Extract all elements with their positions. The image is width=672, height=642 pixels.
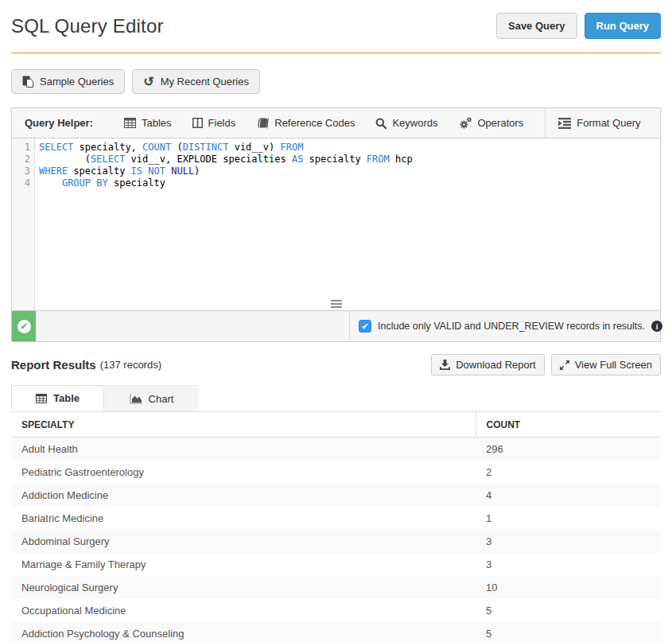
- editor-status-bar: ✔ ✔ Include only VALID and UNDER_REVIEW …: [12, 310, 660, 341]
- view-full-screen-button[interactable]: View Full Screen: [551, 354, 661, 375]
- helper-operators-label: Operators: [478, 117, 524, 129]
- line-number: 2: [12, 154, 30, 165]
- code-line[interactable]: GROUP BY specialty: [39, 177, 660, 189]
- gears-icon: [459, 117, 472, 130]
- cell-specialty: Bariatric Medicine: [11, 507, 476, 530]
- helper-item-tables[interactable]: Tables: [114, 108, 182, 138]
- check-circle-icon: ✔: [17, 320, 31, 333]
- format-query-label: Format Query: [577, 117, 640, 129]
- results-table-body: Adult Health296Pediatric Gastroenterolog…: [11, 438, 661, 642]
- view-full-screen-label: View Full Screen: [575, 359, 652, 371]
- cell-count: 10: [476, 576, 661, 599]
- tab-chart-label: Chart: [149, 393, 174, 405]
- page-title: SQL Query Editor: [11, 15, 164, 37]
- cell-count: 5: [476, 622, 661, 642]
- code-line[interactable]: SELECT specialty, COUNT (DISTINCT vid__v…: [39, 142, 660, 154]
- results-table: SPECIALTY COUNT Adult Health296Pediatric…: [11, 412, 661, 642]
- columns-icon: [192, 118, 203, 128]
- tab-table-label: Table: [53, 392, 80, 404]
- tab-chart[interactable]: Chart: [105, 385, 198, 411]
- recent-queries-label: My Recent Queries: [161, 76, 249, 88]
- sample-queries-button[interactable]: Sample Queries: [11, 69, 125, 94]
- table-row: Pediatric Gastroenterology2: [11, 461, 661, 484]
- format-query-button[interactable]: Format Query: [546, 108, 653, 138]
- helper-reference-codes-label: Reference Codes: [274, 117, 355, 129]
- cell-specialty: Adult Health: [11, 438, 476, 461]
- clipboard-icon: [22, 76, 33, 88]
- line-number: 3: [12, 165, 30, 177]
- cell-specialty: Marriage & Family Therapy: [11, 553, 476, 576]
- code-line[interactable]: WHERE specialty IS NOT NULL): [39, 165, 660, 177]
- helper-item-fields[interactable]: Fields: [182, 108, 247, 138]
- indent-icon: [558, 118, 571, 129]
- status-bar-spacer: [36, 311, 349, 341]
- resize-handle-icon[interactable]: [331, 300, 342, 308]
- helper-item-reference-codes[interactable]: Reference Codes: [246, 108, 365, 138]
- line-number-gutter: 1234: [12, 138, 35, 310]
- expand-arrows-icon: [560, 360, 569, 370]
- table-row: Addiction Psychology & Counseling5: [11, 622, 661, 642]
- query-helper-label: Query Helper:: [12, 108, 114, 138]
- cell-specialty: Abdominal Surgery: [11, 530, 476, 553]
- header-actions: Save Query Run Query: [496, 13, 661, 39]
- results-actions: Download Report View Full Screen: [431, 354, 661, 375]
- code-line[interactable]: (SELECT vid__v, EXPLODE specialties AS s…: [39, 154, 660, 165]
- search-icon: [375, 118, 386, 129]
- accent-divider: [11, 53, 661, 53]
- history-icon: ↺: [143, 78, 153, 86]
- valid-records-checkbox[interactable]: ✔: [359, 320, 371, 333]
- cell-count: 296: [476, 438, 661, 461]
- table-tab-icon: [36, 394, 47, 403]
- page-header: SQL Query Editor Save Query Run Query: [11, 0, 661, 39]
- helper-item-operators[interactable]: Operators: [449, 108, 534, 138]
- info-icon[interactable]: i: [651, 321, 662, 332]
- table-row: Abdominal Surgery3: [11, 530, 661, 553]
- cell-count: 2: [476, 461, 661, 484]
- run-query-button[interactable]: Run Query: [585, 13, 661, 39]
- helper-tables-label: Tables: [142, 117, 172, 129]
- sample-queries-label: Sample Queries: [40, 76, 114, 88]
- results-table-head: SPECIALTY COUNT: [11, 412, 661, 438]
- download-report-label: Download Report: [456, 359, 535, 371]
- line-number: 4: [12, 177, 30, 189]
- cell-count: 3: [476, 553, 661, 576]
- table-row: Bariatric Medicine1: [11, 507, 661, 530]
- record-filter-section: ✔ Include only VALID and UNDER_REVIEW re…: [349, 311, 660, 341]
- sql-query-editor-page: SQL Query Editor Save Query Run Query Sa…: [0, 0, 672, 642]
- sql-code-editor[interactable]: 1234 SELECT specialty, COUNT (DISTINCT v…: [12, 138, 660, 310]
- cell-count: 1: [476, 507, 661, 530]
- area-chart-icon: [130, 394, 142, 404]
- helper-item-keywords[interactable]: Keywords: [365, 108, 448, 138]
- cell-specialty: Addiction Psychology & Counseling: [11, 622, 476, 642]
- valid-records-label: Include only VALID and UNDER_REVIEW reco…: [378, 321, 645, 332]
- tab-table[interactable]: Table: [11, 385, 104, 411]
- code-area[interactable]: SELECT specialty, COUNT (DISTINCT vid__v…: [35, 138, 660, 310]
- cell-count: 4: [476, 484, 661, 507]
- results-tabs: Table Chart: [11, 385, 661, 412]
- table-row: Marriage & Family Therapy3: [11, 553, 661, 576]
- query-valid-indicator: ✔: [12, 311, 36, 341]
- results-header: Report Results (137 records) Download Re…: [11, 354, 661, 375]
- download-report-button[interactable]: Download Report: [431, 354, 544, 375]
- column-header-specialty[interactable]: SPECIALTY: [11, 412, 476, 438]
- cell-specialty: Pediatric Gastroenterology: [11, 461, 476, 484]
- cell-specialty: Neurological Surgery: [11, 576, 476, 599]
- cell-count: 3: [476, 530, 661, 553]
- helper-fields-label: Fields: [208, 117, 236, 129]
- table-row: Adult Health296: [11, 438, 661, 461]
- table-row: Occupational Medicine5: [11, 599, 661, 622]
- book-icon: [256, 118, 269, 129]
- download-icon: [440, 360, 450, 370]
- helper-keywords-label: Keywords: [392, 117, 437, 129]
- results-title: Report Results: [11, 358, 96, 372]
- cell-specialty: Occupational Medicine: [11, 599, 476, 622]
- line-number: 1: [12, 142, 30, 154]
- table-row: Neurological Surgery10: [11, 576, 661, 599]
- column-header-count[interactable]: COUNT: [476, 412, 661, 438]
- query-helper-toolbar: Query Helper: Tables: [12, 108, 660, 138]
- table-row: Addiction Medicine4: [11, 484, 661, 507]
- results-record-count: (137 records): [100, 359, 161, 371]
- query-panel: Query Helper: Tables: [11, 107, 661, 342]
- recent-queries-button[interactable]: ↺ My Recent Queries: [132, 69, 260, 94]
- save-query-button[interactable]: Save Query: [496, 13, 577, 39]
